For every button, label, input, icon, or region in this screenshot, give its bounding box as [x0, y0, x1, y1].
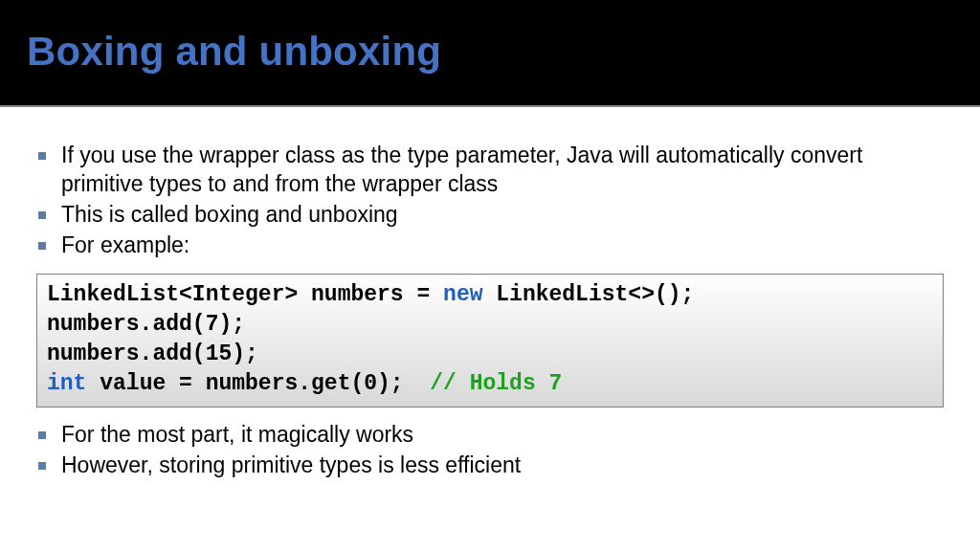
title-bar: Boxing and unboxing [0, 0, 980, 107]
code-text: LinkedList<Integer> numbers = [47, 282, 443, 307]
bullet-item: This is called boxing and unboxing [36, 201, 944, 230]
bullet-item: However, storing primitive types is less… [36, 452, 944, 480]
code-text: LinkedList<>(); [483, 282, 695, 307]
bullets-bottom: For the most part, it magically works Ho… [36, 421, 944, 480]
keyword-int: int [47, 371, 86, 396]
bullet-item: For example: [36, 231, 944, 260]
code-block: LinkedList<Integer> numbers = new Linked… [36, 274, 944, 408]
bullet-item: If you use the wrapper class as the type… [36, 142, 944, 199]
keyword-new: new [443, 282, 482, 307]
bullets-top: If you use the wrapper class as the type… [36, 142, 944, 260]
code-text: value = numbers.get(0); [86, 371, 430, 396]
code-comment: // Holds 7 [430, 371, 562, 396]
code-text: numbers.add(15); [47, 342, 258, 366]
bullet-item: For the most part, it magically works [36, 421, 944, 450]
code-text: numbers.add(7); [47, 312, 245, 337]
slide-title: Boxing and unboxing [27, 29, 953, 75]
slide-content: If you use the wrapper class as the type… [0, 107, 980, 480]
